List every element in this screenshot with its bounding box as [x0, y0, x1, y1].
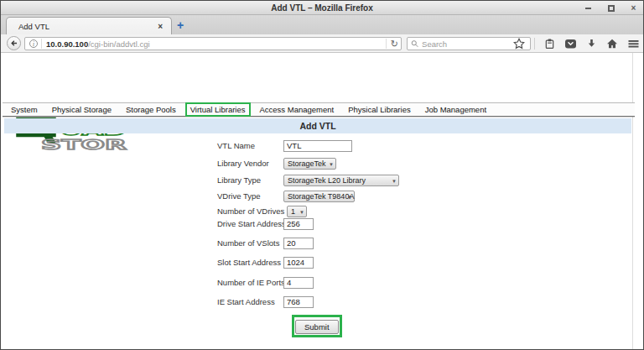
- field-label: Number of VDrives: [217, 206, 287, 216]
- submit-button[interactable]: Submit: [295, 320, 339, 334]
- form-row: Number of IE Ports: [217, 276, 314, 289]
- field-label: VDrive Type: [217, 191, 283, 201]
- back-button[interactable]: [7, 36, 21, 50]
- tab-add-vtl[interactable]: Add VTL ×: [6, 17, 172, 34]
- form-row: Library Vendor StorageTek ▼: [217, 157, 336, 170]
- number-of-vslots-input[interactable]: [283, 238, 314, 249]
- chevron-down-icon: ▼: [329, 162, 334, 167]
- menu-item-physical-libraries[interactable]: Physical Libraries: [348, 105, 410, 114]
- slot-start-address-input[interactable]: [283, 257, 314, 269]
- browser-window: Add VTL – Mozilla Firefox × Add VTL × + …: [0, 0, 644, 350]
- page-header: Add VTL: [4, 118, 631, 133]
- page-title: Add VTL: [299, 121, 335, 131]
- menu-item-job-management[interactable]: Job Management: [425, 105, 486, 114]
- tab-close-icon[interactable]: ×: [156, 22, 164, 31]
- close-icon[interactable]: ×: [629, 3, 638, 13]
- form-row: Number of VSlots: [217, 237, 314, 249]
- field-label: Library Type: [217, 175, 283, 185]
- chevron-down-icon: ▼: [392, 179, 397, 184]
- number-of-vdrives-select[interactable]: 1 ▼: [287, 206, 307, 217]
- field-label: Number of IE Ports: [217, 278, 283, 287]
- number-of-ie-ports-input[interactable]: [283, 277, 314, 289]
- page-content: UAD STOR System Physical Storage Storage…: [1, 53, 643, 349]
- bookmarks-menu-icon[interactable]: [544, 38, 555, 50]
- home-icon[interactable]: [606, 38, 618, 50]
- scrollbar[interactable]: [632, 53, 633, 349]
- new-tab-icon[interactable]: +: [177, 18, 184, 33]
- library-vendor-select[interactable]: StorageTek ▼: [283, 158, 336, 170]
- form-row: Library Type StorageTek L20 Library ▼: [217, 174, 399, 186]
- main-menu: System Physical Storage Storage Pools Vi…: [3, 102, 635, 117]
- titlebar: Add VTL – Mozilla Firefox ×: [1, 1, 643, 15]
- navigation-toolbar: i 10.0.90.100 /cgi-bin/addvtl.cgi ↻: [1, 34, 643, 53]
- download-icon[interactable]: [586, 38, 597, 50]
- page-info-icon[interactable]: i: [29, 39, 38, 48]
- field-label: Slot Start Address: [217, 258, 283, 267]
- search-icon: [411, 39, 418, 48]
- maximize-icon[interactable]: [606, 3, 615, 13]
- reload-icon: ↻: [391, 39, 398, 50]
- form-row: Number of VDrives 1 ▼: [217, 205, 307, 217]
- bookmark-star-icon[interactable]: [513, 38, 525, 50]
- logo-word-stor: STOR: [41, 137, 127, 151]
- form-row: Drive Start Address: [217, 217, 314, 230]
- menu-item-storage-pools[interactable]: Storage Pools: [126, 105, 176, 114]
- pocket-icon[interactable]: [564, 38, 577, 50]
- menu-item-access-management[interactable]: Access Management: [260, 105, 335, 114]
- url-path: /cgi-bin/addvtl.cgi: [88, 39, 149, 49]
- menu-item-physical-storage[interactable]: Physical Storage: [52, 105, 112, 114]
- submit-highlight-box: Submit: [292, 315, 342, 337]
- form-row: VTL Name: [217, 139, 352, 152]
- ie-start-address-input[interactable]: [283, 296, 314, 308]
- menu-item-system[interactable]: System: [11, 105, 38, 114]
- field-label: Library Vendor: [217, 159, 283, 168]
- field-label: VTL Name: [217, 141, 283, 150]
- url-bar[interactable]: i 10.0.90.100 /cgi-bin/addvtl.cgi ↻: [24, 37, 402, 50]
- menu-item-virtual-libraries[interactable]: Virtual Libraries: [185, 102, 251, 117]
- reload-button[interactable]: ↻: [386, 38, 398, 50]
- form-row: VDrive Type StorageTek T9840A ▼: [217, 190, 355, 202]
- vtl-name-input[interactable]: [283, 140, 352, 152]
- menu-hamburger-icon[interactable]: [627, 38, 640, 50]
- chevron-down-icon: ▼: [347, 195, 352, 200]
- search-input[interactable]: [422, 39, 527, 49]
- window-title: Add VTL – Mozilla Firefox: [271, 3, 373, 13]
- search-bar[interactable]: [407, 37, 531, 50]
- chevron-down-icon: ▼: [299, 210, 304, 215]
- url-host: 10.0.90.100: [46, 39, 88, 49]
- tab-strip: Add VTL × +: [1, 15, 643, 34]
- drive-start-address-input[interactable]: [283, 218, 314, 230]
- field-label: Drive Start Address: [217, 219, 283, 228]
- tab-title: Add VTL: [18, 22, 156, 31]
- back-arrow-icon: [9, 39, 18, 48]
- field-label: IE Start Address: [217, 297, 283, 306]
- library-type-select[interactable]: StorageTek L20 Library ▼: [283, 175, 399, 186]
- vdrive-type-select[interactable]: StorageTek T9840A ▼: [283, 191, 355, 202]
- field-label: Number of VSlots: [217, 238, 283, 248]
- form-row: Slot Start Address: [217, 256, 314, 269]
- minimize-icon[interactable]: [584, 3, 593, 13]
- form-row: IE Start Address: [217, 295, 314, 308]
